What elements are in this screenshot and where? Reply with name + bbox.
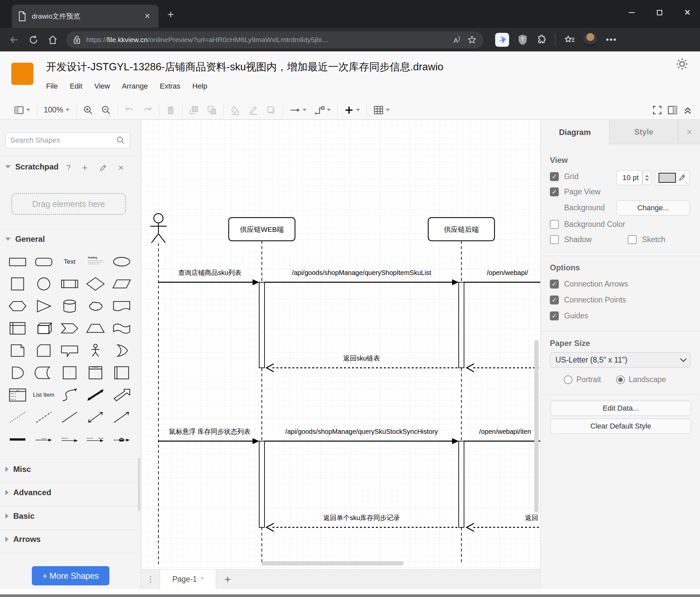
lifeline-box-web[interactable]: 供应链WEB端 bbox=[229, 218, 295, 241]
shape-rounded-rectangle[interactable] bbox=[30, 250, 56, 272]
grid-color-button[interactable] bbox=[655, 170, 690, 185]
shape-hexagon[interactable] bbox=[5, 295, 30, 317]
shape-dashed-line[interactable] bbox=[30, 406, 56, 428]
pages-menu-icon[interactable]: ⋮ bbox=[141, 570, 160, 589]
shadow-icon[interactable] bbox=[262, 105, 280, 115]
shape-cylinder[interactable] bbox=[57, 295, 82, 317]
canvas-horizontal-scrollbar[interactable] bbox=[261, 561, 404, 566]
paper-size-select[interactable]: US-Letter (8,5" x 11") bbox=[550, 352, 691, 367]
shape-arrow-with-label[interactable]: Label bbox=[30, 428, 56, 450]
delete-icon[interactable] bbox=[162, 105, 179, 115]
edit-data-button[interactable]: Edit Data... bbox=[551, 401, 691, 416]
shape-list-item[interactable]: List Item bbox=[30, 384, 56, 406]
return-into-backend-1[interactable] bbox=[467, 364, 540, 372]
shape-dotted-line[interactable] bbox=[5, 406, 30, 428]
shape-connector-with-symbol[interactable] bbox=[109, 428, 134, 450]
shape-and[interactable] bbox=[5, 361, 30, 384]
menu-file[interactable]: File bbox=[46, 82, 58, 91]
scratchpad-help-icon[interactable]: ? bbox=[66, 163, 71, 172]
drawing-canvas[interactable]: 供应链WEB端 供应链后端 查询店铺商品sku列表 /api/goods/sho… bbox=[141, 120, 540, 589]
scratchpad-header[interactable]: Scratchpad bbox=[5, 162, 59, 171]
address-bar[interactable]: https://file.kkview.cn/onlinePreview?url… bbox=[66, 31, 483, 48]
shape-vertical-container[interactable] bbox=[82, 361, 108, 384]
window-close-button[interactable]: ✕ bbox=[681, 6, 694, 19]
tab-diagram[interactable]: Diagram bbox=[541, 120, 609, 145]
section-advanced[interactable]: Advanced bbox=[5, 488, 51, 497]
tab-style[interactable]: Style bbox=[609, 120, 678, 144]
shape-square[interactable] bbox=[5, 272, 30, 295]
shape-document[interactable] bbox=[109, 295, 134, 317]
sidebar-scrollbar[interactable] bbox=[138, 458, 140, 511]
message-hover-sync-status[interactable]: 鼠标悬浮 库存同步状态列表 bbox=[158, 428, 259, 444]
shape-textbox[interactable]: Heading bbox=[82, 250, 108, 272]
shape-callout[interactable] bbox=[57, 339, 82, 361]
portrait-radio-row[interactable]: Portrait bbox=[564, 375, 601, 384]
shape-trapezoid[interactable] bbox=[82, 317, 108, 339]
landscape-radio-row[interactable]: Landscape bbox=[616, 375, 666, 384]
tab-close-icon[interactable]: ✕ bbox=[143, 12, 152, 21]
undo-icon[interactable] bbox=[121, 105, 139, 115]
shape-link[interactable] bbox=[5, 428, 30, 450]
background-color-checkbox[interactable] bbox=[550, 220, 559, 229]
actor-figure[interactable] bbox=[150, 214, 167, 243]
shape-directional-connector[interactable] bbox=[109, 406, 134, 428]
lifeline-box-backend[interactable]: 供应链后端 bbox=[428, 218, 495, 241]
shape-cube[interactable] bbox=[30, 317, 56, 339]
back-icon[interactable] bbox=[9, 35, 19, 45]
read-aloud-icon[interactable]: A) bbox=[453, 35, 460, 44]
shape-card[interactable] bbox=[30, 339, 56, 361]
activation-backend-2[interactable] bbox=[459, 441, 464, 527]
shape-rectangle[interactable] bbox=[5, 250, 30, 272]
fullscreen-icon[interactable] bbox=[652, 105, 662, 115]
section-misc[interactable]: Misc bbox=[5, 465, 31, 474]
zoom-level-button[interactable]: 100% bbox=[40, 105, 74, 114]
scratchpad-dropzone[interactable]: Drag elements here bbox=[11, 193, 126, 215]
section-arrows[interactable]: Arrows bbox=[5, 535, 41, 544]
section-basic[interactable]: Basic bbox=[5, 511, 34, 521]
grid-size-stepper[interactable] bbox=[643, 170, 651, 185]
format-panel-toggle-icon[interactable] bbox=[668, 105, 677, 115]
shape-horizontal-container[interactable] bbox=[109, 361, 134, 384]
new-tab-button[interactable]: + bbox=[167, 9, 174, 20]
return-into-backend-2[interactable]: 返回 bbox=[467, 514, 540, 531]
browser-menu-icon[interactable]: ••• bbox=[606, 34, 617, 45]
shape-triangle[interactable] bbox=[30, 295, 56, 317]
shadow-checkbox[interactable] bbox=[550, 235, 559, 244]
change-background-button[interactable]: Change... bbox=[617, 200, 690, 216]
shape-ellipse[interactable] bbox=[109, 250, 134, 272]
message-api-querySkuStockSyncHistory[interactable]: /api/goods/shopManage/querySkuStockSyncH… bbox=[265, 428, 459, 444]
collapse-toolbar-icon[interactable] bbox=[683, 105, 693, 115]
shape-note[interactable] bbox=[5, 339, 30, 361]
bird-extension-icon[interactable] bbox=[495, 33, 509, 47]
page-tab[interactable]: Page-1^ bbox=[160, 570, 216, 589]
window-minimize-button[interactable] bbox=[625, 6, 639, 19]
message-api-queryShopItemSkuList[interactable]: /api/goods/shopManage/queryShopItemSkuLi… bbox=[265, 269, 459, 285]
favorite-star-icon[interactable] bbox=[467, 35, 477, 44]
shape-actor[interactable] bbox=[82, 339, 108, 361]
portrait-radio[interactable] bbox=[564, 376, 572, 384]
shape-cloud[interactable] bbox=[82, 295, 108, 317]
refresh-icon[interactable] bbox=[28, 35, 39, 45]
menu-arrange[interactable]: Arrange bbox=[122, 82, 148, 91]
connection-arrows-checkbox[interactable]: ✓ bbox=[550, 280, 559, 289]
zoom-in-icon[interactable] bbox=[79, 105, 97, 115]
shape-curve[interactable] bbox=[57, 384, 82, 406]
grid-size-input[interactable]: 10 pt bbox=[617, 170, 642, 185]
menu-help[interactable]: Help bbox=[192, 82, 207, 91]
sketch-checkbox[interactable] bbox=[628, 235, 637, 244]
page-view-checkbox[interactable]: ✓ bbox=[550, 187, 559, 196]
shape-bidirectional-arrow[interactable] bbox=[82, 384, 108, 406]
section-general[interactable]: General bbox=[5, 235, 45, 244]
shield-extension-icon[interactable]: T bbox=[518, 34, 528, 45]
menu-extras[interactable]: Extras bbox=[160, 82, 180, 91]
activation-backend-1[interactable] bbox=[459, 282, 464, 368]
shape-list[interactable]: ListItem 1Item 2Item 3 bbox=[5, 384, 30, 406]
sequence-diagram[interactable]: 供应链WEB端 供应链后端 查询店铺商品sku列表 /api/goods/sho… bbox=[141, 120, 540, 569]
redo-icon[interactable] bbox=[139, 105, 156, 115]
message-open-webapi-1[interactable]: /open/webapi/ bbox=[464, 269, 540, 282]
shape-tape[interactable] bbox=[109, 317, 134, 339]
scratchpad-close-icon[interactable]: × bbox=[118, 163, 124, 173]
guides-checkbox[interactable]: ✓ bbox=[550, 311, 559, 320]
window-maximize-button[interactable] bbox=[653, 6, 666, 19]
home-icon[interactable] bbox=[48, 35, 58, 45]
